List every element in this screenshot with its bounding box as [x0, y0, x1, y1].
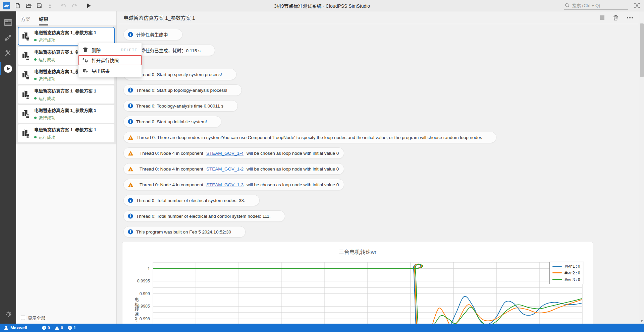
- message-row: i ! Thread 0: Total number of electrical…: [123, 210, 639, 222]
- result-item-text: 电磁暂态仿真方案 1_参数方案 1 运行成功: [34, 29, 96, 43]
- tab-results[interactable]: 结果: [39, 15, 48, 25]
- status-dot: [34, 78, 37, 80]
- scrollbar-down-arrow[interactable]: [640, 320, 643, 322]
- list-item[interactable]: 电磁暂态仿真方案 1_参数方案 1 运行成功: [18, 27, 114, 45]
- status-text: 运行成功: [39, 134, 55, 140]
- component-link[interactable]: STEAM_GOV_1-4: [206, 151, 244, 156]
- menu-item-export[interactable]: 导出结果: [78, 65, 142, 76]
- chart-legend[interactable]: #wr1:0#wr2:0#wr3:0: [549, 262, 584, 284]
- svg-text:!: !: [44, 326, 45, 330]
- settings-button[interactable]: [0, 308, 16, 322]
- legend-item[interactable]: #wr2:0: [552, 270, 580, 275]
- kebab-menu-icon[interactable]: [47, 3, 53, 9]
- result-item-status: 运行成功: [34, 134, 96, 140]
- simulation-result-icon: [21, 51, 30, 60]
- message-text: Thread 0: There are loop nodes in system…: [137, 135, 482, 140]
- svg-text:i: i: [130, 230, 131, 234]
- message-text: Thread 0: Total number of electrical and…: [136, 214, 271, 219]
- app-logo-icon[interactable]: [3, 2, 10, 9]
- ellipsis-icon[interactable]: [627, 17, 633, 18]
- run-icon[interactable]: [86, 3, 92, 9]
- message-chip: i ! Thread 0: Start up initialzie system…: [123, 116, 221, 127]
- sidebar-item-report[interactable]: [0, 15, 16, 30]
- main-content: 电磁暂态仿真方案 1_参数方案 1 i ! 计算任务生成中: [117, 11, 639, 324]
- fullscreen-icon[interactable]: [634, 3, 640, 9]
- svg-text:!: !: [130, 136, 131, 140]
- search-input[interactable]: 搜索 (Ctrl + Q): [564, 1, 628, 10]
- sidebar-item-components[interactable]: [0, 30, 16, 46]
- legend-item[interactable]: #wr1:0: [552, 264, 580, 269]
- grid-square-icon[interactable]: [600, 15, 604, 20]
- legend-item[interactable]: #wr3:0: [552, 277, 580, 282]
- svg-text:!: !: [130, 168, 131, 171]
- save-icon[interactable]: [36, 3, 42, 9]
- legend-line-sample: [552, 266, 562, 267]
- vertical-scrollbar[interactable]: [639, 11, 644, 324]
- svg-text:i: i: [69, 326, 71, 330]
- result-item-status: 运行成功: [34, 37, 96, 43]
- redo-icon[interactable]: [71, 3, 77, 9]
- info-counter[interactable]: i 1: [68, 325, 76, 330]
- component-link[interactable]: STEAM_GOV_1-2: [206, 167, 244, 172]
- result-item-text: 电磁暂态仿真方案 1_参数方案 1 运行成功: [34, 107, 96, 121]
- show-all-checkbox[interactable]: [21, 316, 25, 320]
- line-chart[interactable]: 10.99950.9990.99850.998: [122, 242, 593, 324]
- message-chip: i ! This program was built on Feb 5 2024…: [123, 226, 246, 238]
- status-text: 运行成功: [39, 95, 55, 102]
- simulation-result-icon: [21, 109, 30, 119]
- menu-item-open-snapshot[interactable]: 打开运行快照: [78, 55, 142, 65]
- undo-icon[interactable]: [60, 3, 66, 9]
- list-item[interactable]: 电磁暂态仿真方案 1_参数方案 1 运行成功: [18, 105, 114, 123]
- context-menu: 删除 DELETE 打开运行快照 导出结果: [78, 43, 142, 77]
- menu-item-label: 打开运行快照: [92, 57, 119, 64]
- menu-item-delete[interactable]: 删除 DELETE: [78, 45, 142, 55]
- message-text-before: Thread 0: Node 4 in component: [140, 167, 203, 172]
- simulation-result-icon: [21, 129, 30, 138]
- svg-text:i: i: [130, 104, 131, 108]
- trash-icon[interactable]: [613, 15, 618, 20]
- svg-text:1: 1: [148, 266, 150, 271]
- info-circle-icon: i: [128, 103, 133, 109]
- error-circle-icon: !: [42, 326, 46, 330]
- svg-text:!: !: [130, 152, 131, 155]
- status-bar: Maxwell ! 0 ! 0 i 1: [0, 324, 644, 332]
- message-chip: i ! Thread 0: Node 4 in component STEAM_…: [123, 179, 344, 190]
- warning-counter[interactable]: ! 0: [55, 325, 63, 330]
- info-circle-icon: i: [128, 32, 133, 37]
- gear-icon: [4, 311, 12, 319]
- info-circle-icon: i: [128, 213, 133, 219]
- simulation-result-icon: [21, 90, 30, 99]
- list-item[interactable]: 电磁暂态仿真方案 1_参数方案 1 运行成功: [18, 85, 114, 104]
- message-row: i ! Thread 0: Node 4 in component STEAM_…: [123, 147, 639, 159]
- message-row: i ! Thread 0: There are loop nodes in sy…: [123, 132, 639, 143]
- trash-icon: [83, 47, 88, 53]
- status-dot: [34, 136, 37, 138]
- message-chip: i ! Thread 0: Node 4 in component STEAM_…: [123, 147, 344, 159]
- svg-text:0.998: 0.998: [140, 317, 150, 321]
- sidebar-item-tools[interactable]: [0, 46, 16, 61]
- tab-schemes[interactable]: 方案: [21, 15, 30, 25]
- sidebar-item-run[interactable]: [0, 61, 16, 76]
- component-link[interactable]: STEAM_GOV_1-3: [206, 182, 244, 187]
- status-dot: [34, 97, 37, 99]
- warning-triangle-icon: !: [128, 135, 133, 140]
- show-all-toggle[interactable]: 显示全部: [21, 315, 45, 321]
- search-icon: [565, 3, 570, 8]
- report-panel-icon: [4, 19, 12, 26]
- scrollbar-thumb[interactable]: [640, 23, 644, 77]
- new-file-icon[interactable]: [15, 3, 21, 9]
- user-menu[interactable]: Maxwell: [0, 325, 27, 330]
- status-dot: [34, 58, 37, 61]
- error-counter[interactable]: ! 0: [42, 325, 50, 330]
- info-circle-icon: i: [128, 87, 133, 93]
- open-folder-icon[interactable]: [25, 3, 32, 9]
- message-chip: i ! Thread 0: Node 4 in component STEAM_…: [123, 163, 344, 175]
- activity-bar: [0, 11, 16, 324]
- panel-tabs: 方案 结果: [16, 11, 116, 25]
- info-circle-icon: i: [68, 326, 72, 330]
- message-text-before: Thread 0: Node 4 in component: [140, 182, 203, 187]
- list-item[interactable]: 电磁暂态仿真方案 1_参数方案 1 运行成功: [18, 124, 114, 142]
- svg-text:i: i: [130, 198, 131, 202]
- result-item-title: 电磁暂态仿真方案 1_参数方案 1: [34, 29, 96, 36]
- message-text-before: Thread 0: Node 4 in component: [140, 151, 203, 156]
